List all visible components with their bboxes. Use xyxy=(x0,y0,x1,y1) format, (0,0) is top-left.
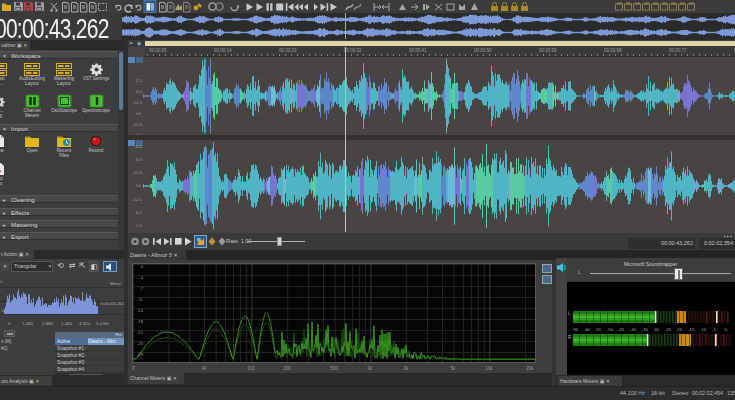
svg-text:-50: -50 xyxy=(607,327,614,332)
svg-text:-25: -25 xyxy=(665,327,672,332)
svg-text:2k: 2k xyxy=(404,366,410,371)
svg-text:200: 200 xyxy=(283,366,291,371)
svg-text:-14: -14 xyxy=(137,308,144,313)
svg-text:-11: -11 xyxy=(137,297,143,302)
svg-text:1k: 1k xyxy=(368,366,374,371)
svg-text:-60: -60 xyxy=(584,327,591,332)
svg-text:-35: -35 xyxy=(642,327,649,332)
svg-text:40: 40 xyxy=(201,366,207,371)
svg-text:-40: -40 xyxy=(630,327,637,332)
svg-text:-15: -15 xyxy=(688,327,695,332)
svg-text:0: 0 xyxy=(725,327,728,332)
svg-text:500: 500 xyxy=(330,366,338,371)
svg-text:-90: -90 xyxy=(573,327,579,332)
svg-text:10k: 10k xyxy=(485,366,493,371)
svg-text:-5: -5 xyxy=(712,327,716,332)
svg-text:10: 10 xyxy=(132,366,135,371)
svg-text:-55: -55 xyxy=(595,327,602,332)
svg-text:-18: -18 xyxy=(137,319,144,324)
svg-text:-10: -10 xyxy=(700,327,707,332)
svg-text:-25: -25 xyxy=(137,341,144,346)
svg-text:20k: 20k xyxy=(526,366,534,371)
svg-text:100: 100 xyxy=(247,366,255,371)
svg-text:-20: -20 xyxy=(676,327,683,332)
svg-text:-30: -30 xyxy=(653,327,660,332)
svg-text:-45: -45 xyxy=(618,327,625,332)
svg-text:-21: -21 xyxy=(137,330,144,335)
svg-text:5k: 5k xyxy=(451,366,457,371)
svg-text:-28: -28 xyxy=(137,352,144,357)
